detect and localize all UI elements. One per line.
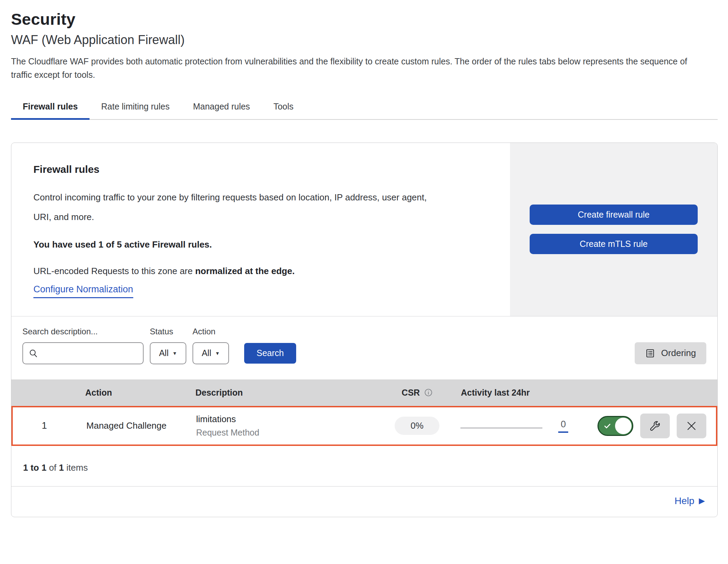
action-filter-select[interactable]: All ▼	[193, 342, 229, 364]
create-rule-panel: Create firewall rule Create mTLS rule	[510, 143, 717, 316]
header-activity: Activity last 24hr	[453, 388, 594, 398]
close-icon	[685, 420, 698, 432]
firewall-rules-summary-section: Firewall rules Control incoming traffic …	[11, 143, 717, 316]
action-filter-label: Action	[193, 327, 229, 336]
page-subtitle: WAF (Web Application Firewall)	[11, 33, 718, 47]
search-button[interactable]: Search	[244, 343, 296, 364]
rule-enabled-toggle[interactable]	[597, 416, 633, 436]
rules-table-header: Action Description CSR Activity last 24h…	[11, 379, 717, 406]
search-description-field: Search description...	[22, 327, 144, 364]
header-csr: CSR	[382, 388, 453, 398]
info-icon[interactable]	[424, 388, 433, 397]
table-pagination-summary: 1 to 1 of 1 items	[11, 446, 717, 486]
search-input-box[interactable]	[22, 342, 144, 364]
rule-action: Managed Challenge	[76, 420, 189, 431]
configure-normalization-link[interactable]: Configure Normalization	[33, 284, 133, 298]
security-waf-page: Security WAF (Web Application Firewall) …	[0, 0, 728, 517]
ordering-button[interactable]: Ordering	[635, 342, 706, 364]
activity-sparkline	[460, 428, 542, 428]
rule-activity-cell: 0	[452, 419, 593, 433]
search-description-label: Search description...	[22, 327, 144, 336]
status-filter-select[interactable]: All ▼	[150, 342, 186, 364]
rules-filter-bar: Search description... Status All ▼	[11, 316, 717, 379]
check-icon	[603, 421, 612, 430]
help-footer: Help ▶	[11, 486, 717, 517]
panel-description: Control incoming traffic to your zone by…	[33, 188, 440, 227]
create-firewall-rule-button[interactable]: Create firewall rule	[530, 205, 698, 225]
chevron-down-icon: ▼	[215, 351, 220, 356]
toggle-knob	[615, 418, 632, 434]
ordering-button-label: Ordering	[661, 348, 696, 358]
waf-tab-bar: Firewall rules Rate limiting rules Manag…	[11, 97, 718, 120]
pagination-range: 1 to 1	[23, 462, 46, 473]
tab-tools[interactable]: Tools	[262, 97, 305, 119]
panel-title: Firewall rules	[33, 164, 488, 175]
rule-priority: 1	[13, 420, 76, 431]
page-title: Security	[11, 10, 718, 29]
header-csr-label: CSR	[402, 388, 420, 398]
search-input[interactable]	[42, 348, 137, 358]
header-description: Description	[188, 388, 382, 398]
rule-description-sub: Request Method	[196, 428, 382, 438]
pagination-of: of	[49, 462, 56, 473]
rule-description-cell: limitations Request Method	[188, 414, 382, 438]
edit-rule-button[interactable]	[640, 414, 670, 438]
normalization-text-regular: URL-encoded Requests to this zone are	[33, 266, 195, 276]
action-filter-value: All	[202, 348, 211, 358]
help-arrow-icon: ▶	[699, 497, 705, 505]
delete-rule-button[interactable]	[677, 414, 706, 438]
status-filter-field: Status All ▼	[150, 327, 186, 364]
create-mtls-rule-button[interactable]: Create mTLS rule	[530, 234, 698, 254]
search-icon	[29, 348, 38, 358]
pagination-items: items	[66, 462, 88, 473]
status-filter-value: All	[159, 348, 169, 358]
status-filter-label: Status	[150, 327, 186, 336]
firewall-rules-card: Firewall rules Control incoming traffic …	[11, 143, 718, 517]
tab-firewall-rules[interactable]: Firewall rules	[11, 97, 90, 119]
action-filter-field: Action All ▼	[193, 327, 229, 364]
rule-csr-cell: 0%	[382, 417, 452, 435]
ordering-list-icon	[645, 348, 655, 358]
normalization-text: URL-encoded Requests to this zone are no…	[33, 266, 488, 276]
activity-count-link[interactable]: 0	[558, 419, 568, 433]
firewall-rules-summary-text: Firewall rules Control incoming traffic …	[11, 143, 510, 316]
tab-rate-limiting-rules[interactable]: Rate limiting rules	[90, 97, 181, 119]
help-link[interactable]: Help ▶	[675, 495, 705, 506]
wrench-icon	[649, 420, 661, 432]
normalization-text-bold: normalized at the edge.	[195, 266, 295, 276]
table-row-rule-1: 1 Managed Challenge limitations Request …	[11, 406, 717, 446]
tab-managed-rules[interactable]: Managed rules	[181, 97, 261, 119]
chevron-down-icon: ▼	[172, 351, 177, 356]
csr-badge: 0%	[395, 417, 439, 435]
pagination-total: 1	[59, 462, 64, 473]
header-action: Action	[75, 388, 188, 398]
page-description: The Cloudflare WAF provides both automat…	[11, 55, 705, 82]
help-link-label: Help	[675, 495, 695, 506]
rule-description[interactable]: limitations	[196, 414, 382, 425]
rules-usage-text: You have used 1 of 5 active Firewall rul…	[33, 239, 488, 250]
rule-controls-cell	[593, 414, 716, 438]
